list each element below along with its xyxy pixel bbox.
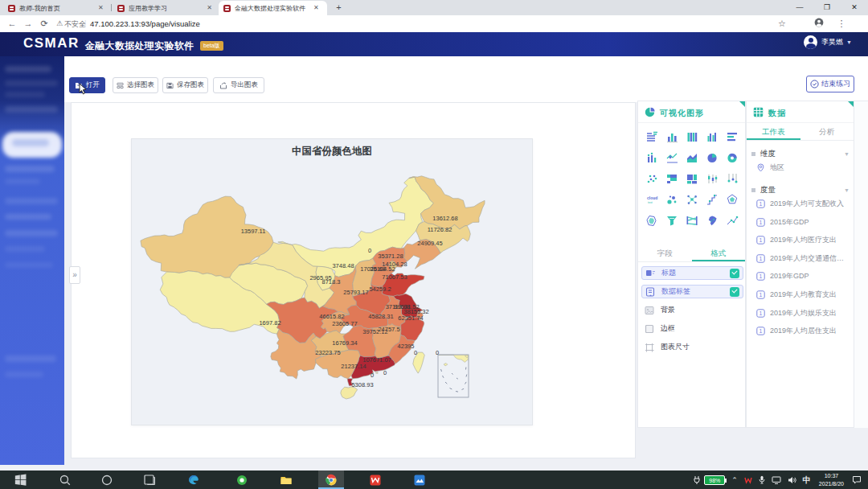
system-tray: 98% ⌃ 中 10:37 2021/8/20 xyxy=(690,471,868,489)
numeric-field-icon: 1 xyxy=(756,254,765,263)
chart-type-candlestick-icon[interactable] xyxy=(706,173,719,188)
taskbar-browser-green-icon[interactable] xyxy=(234,472,249,487)
chart-type-heatmap-icon[interactable] xyxy=(666,173,678,188)
format-option-chart-size[interactable]: 图表尺寸 xyxy=(641,340,743,354)
browser-tab-active[interactable]: 金融大数据处理实验软件 ✕ xyxy=(219,1,327,15)
new-tab-button[interactable]: + xyxy=(334,2,344,13)
window-minimize-button[interactable]: — xyxy=(786,0,813,15)
province-shape[interactable] xyxy=(341,387,358,399)
chart-type-table-icon[interactable] xyxy=(646,131,658,146)
chart-type-grouped-bar-icon[interactable] xyxy=(706,131,719,146)
tab-fields[interactable]: 字段 xyxy=(638,249,692,259)
chart-type-scatter-line-icon[interactable] xyxy=(727,215,739,230)
chart-type-combo-icon[interactable] xyxy=(646,152,658,167)
tab-format[interactable]: 格式 xyxy=(692,249,746,259)
window-restore-button[interactable]: ❐ xyxy=(813,0,841,15)
measure-item[interactable]: 12019年人均医疗支出 xyxy=(756,234,851,246)
browser-tab-1[interactable]: 教师-我的首页 ✕ xyxy=(3,1,110,15)
tab-close-icon[interactable]: ✕ xyxy=(313,5,319,11)
chart-type-china-map-icon[interactable] xyxy=(706,215,719,230)
taskbar-edge-icon[interactable] xyxy=(186,472,201,487)
chart-type-pie-icon[interactable] xyxy=(706,152,719,167)
checkbox-checked[interactable] xyxy=(730,269,739,278)
chart-type-funnel-icon[interactable] xyxy=(666,215,678,230)
tab-close-icon[interactable]: ✕ xyxy=(207,5,212,11)
measure-item[interactable]: 12019年人均教育支出 xyxy=(756,289,851,301)
sidebar-nav-blurred[interactable] xyxy=(0,56,64,465)
taskbar-cortana-icon[interactable] xyxy=(99,472,114,487)
chart-type-boxplot-icon[interactable] xyxy=(666,152,678,167)
back-icon[interactable]: ← xyxy=(6,18,18,29)
measure-item[interactable]: 12019年人均居住支出 xyxy=(756,325,851,337)
dimensions-section-header[interactable]: 维度 ▼ xyxy=(751,148,850,159)
province-shape[interactable] xyxy=(376,372,379,374)
format-option-background[interactable]: 背景 xyxy=(641,303,743,317)
chart-type-step-line-icon[interactable] xyxy=(706,194,719,209)
chart-type-polygon-icon[interactable] xyxy=(646,215,658,230)
format-option-data-label[interactable]: 数据标签 xyxy=(641,285,743,298)
chart-type-treemap-icon[interactable] xyxy=(686,173,698,188)
browser-menu-icon[interactable]: ⋮ xyxy=(836,18,847,29)
dimension-item-region[interactable]: 地区 xyxy=(756,162,851,174)
end-practice-button[interactable]: 结束练习 xyxy=(806,76,854,92)
measure-item[interactable]: 12019年人均娱乐支出 xyxy=(756,307,851,319)
url-text[interactable]: 47.100.223.13:93/page/visualize xyxy=(90,19,200,28)
taskbar-file-explorer-icon[interactable] xyxy=(278,472,293,487)
chart-type-strip-icon[interactable] xyxy=(727,173,739,188)
browser-tab-2[interactable]: 应用教学学习 ✕ xyxy=(113,1,217,15)
format-option-title[interactable]: 标题 xyxy=(641,266,743,280)
bookmark-star-icon[interactable]: ☆ xyxy=(776,18,788,29)
tray-expand-icon[interactable]: ⌃ xyxy=(731,476,738,484)
sidebar-expander-handle[interactable]: » xyxy=(69,266,80,284)
format-option-border[interactable]: 边框 xyxy=(641,322,743,335)
battery-indicator[interactable]: 98% xyxy=(704,475,725,485)
chevron-down-icon[interactable]: ▼ xyxy=(844,151,850,157)
taskbar-clock[interactable]: 10:37 2021/8/20 xyxy=(819,472,844,487)
sidebar-active-item[interactable] xyxy=(2,132,62,158)
tab-close-icon[interactable]: ✕ xyxy=(98,5,104,11)
network-display-icon[interactable] xyxy=(772,476,781,484)
checkbox-checked[interactable] xyxy=(730,287,739,297)
reload-icon[interactable]: ⟳ xyxy=(39,18,50,29)
taskbar-wps-icon[interactable] xyxy=(367,472,383,487)
tab-worksheet[interactable]: 工作表 xyxy=(747,127,800,138)
china-choropleth-map[interactable]: 013612.6811726.8224909.4513597.111697.82… xyxy=(132,139,534,426)
notification-center-icon[interactable] xyxy=(852,475,862,484)
measure-item[interactable]: 12019年GDP xyxy=(756,270,851,282)
volume-icon[interactable] xyxy=(788,476,796,484)
forward-icon[interactable]: → xyxy=(23,18,34,29)
measure-item[interactable]: 12019年人均交通通信… xyxy=(756,253,851,265)
taskbar-csmar-app-icon[interactable] xyxy=(411,472,427,487)
chart-type-rose-icon[interactable] xyxy=(727,152,739,167)
microphone-icon[interactable] xyxy=(759,475,765,484)
chart-type-wordcloud-icon[interactable]: cloudtext xyxy=(646,194,658,209)
chart-type-bubble-icon[interactable] xyxy=(666,194,678,209)
chart-type-radar-icon[interactable] xyxy=(727,194,739,209)
save-chart-button[interactable]: 保存图表 xyxy=(162,77,208,93)
chart-type-sankey-icon[interactable] xyxy=(686,215,698,230)
chart-type-area-icon[interactable] xyxy=(686,152,698,167)
measures-section-header[interactable]: 度量 ▼ xyxy=(751,184,850,195)
window-close-button[interactable]: ✕ xyxy=(841,0,868,15)
chevron-down-icon[interactable]: ▼ xyxy=(844,187,850,193)
chart-type-bar-icon[interactable] xyxy=(666,131,678,146)
map-data-label: 0 xyxy=(368,247,371,254)
select-chart-button[interactable]: 选择图表 xyxy=(113,77,158,93)
chart-type-graph-icon[interactable] xyxy=(686,194,698,209)
taskbar-start-icon[interactable] xyxy=(13,472,28,487)
measure-item[interactable]: 12015年GDP xyxy=(756,216,851,228)
tab-analysis[interactable]: 分析 xyxy=(800,127,854,138)
chart-type-histogram-icon[interactable] xyxy=(686,131,698,146)
ime-indicator[interactable]: 中 xyxy=(803,475,811,486)
measure-item[interactable]: 12019年人均可支配收入 xyxy=(756,198,851,210)
taskbar-task-view-icon[interactable] xyxy=(141,472,157,487)
export-chart-button[interactable]: 导出图表 xyxy=(213,77,264,93)
chart-type-scatter-icon[interactable] xyxy=(646,173,658,188)
taskbar-search-icon[interactable] xyxy=(57,472,72,487)
chart-type-horizontal-bar-icon[interactable] xyxy=(727,131,739,146)
taskbar-chrome-icon[interactable] xyxy=(323,472,338,487)
browser-profile-icon[interactable] xyxy=(813,18,825,29)
wps-tray-icon[interactable] xyxy=(744,476,752,484)
user-menu[interactable]: 李昊燃 ▼ xyxy=(804,35,852,49)
not-secure-icon[interactable]: ⚠ xyxy=(54,18,65,29)
